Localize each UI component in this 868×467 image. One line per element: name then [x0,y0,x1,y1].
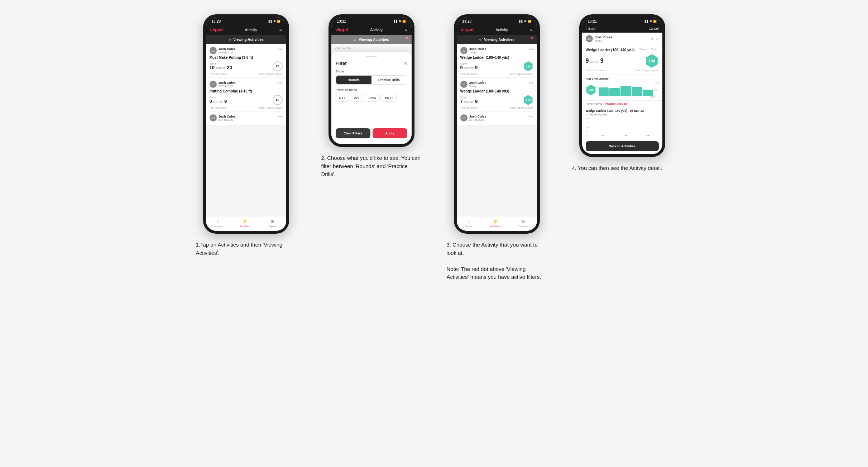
activity-title-3-1: Wedge Ladder (100–140 yds) [460,56,533,59]
detail-user-bar-4: JC Josh Coles Today ✎ ⤢ [582,33,662,45]
nav-home-1[interactable]: ⌂ Home [215,219,222,228]
filter-practice-btn-2[interactable]: Practice Drills [371,76,407,84]
edit-icon-4[interactable]: ✎ [651,37,654,41]
app-header-2: clippd Activity ≡ [331,25,412,35]
activity-card-3-2[interactable]: JC Josh Coles Today ••• Wedge Ladder (10… [457,78,537,111]
apply-btn-2[interactable]: Apply [373,128,407,138]
avatar-3-3: JC [460,114,467,121]
nav-capture-3[interactable]: ⊕ Capture [518,219,528,228]
activities-icon-3: ⚡ [493,219,498,224]
hamburger-icon-2[interactable]: ≡ [404,27,407,32]
phone-2: 13:21 ▌▌ ≋ 📶 clippd Activity ≡ ⚙ Viewing… [329,14,414,147]
back-btn-4[interactable]: < Back [586,27,596,30]
user-info-3-1: JC Josh Coles Today [460,47,486,54]
drill-btns-2: OTT APP ARG PUTT [336,94,407,102]
header-title-2: Activity [370,28,383,32]
drill-arg-2[interactable]: ARG [366,94,380,102]
detail-score-value-4: 9 [586,58,589,64]
filter-rounds-btn-2[interactable]: Rounds [336,76,371,84]
drill-app-2[interactable]: APP [351,94,364,102]
viewing-bar-1[interactable]: ⚙ Viewing Activities [206,35,286,44]
dots-menu-1-1[interactable]: ••• [278,47,283,52]
filter-practice-label-2: Practice Drills [336,88,407,92]
stats-row-1-1: Score 10 OUT OF 20 75 [210,61,283,71]
step-3-col: 13:20 ▌▌ ≋ 📶 clippd Activity ≡ ⚙ Viewing… [440,14,554,281]
activity-title-3-2: Wedge Ladder (100–140 yds) [460,89,533,93]
user-name-1-2: Josh Coles [219,81,236,85]
home-icon-3: ⌂ [467,219,470,224]
screen-content-3: JC Josh Coles Today ••• Wedge Ladder (10… [457,44,537,216]
detail-score-labels-4: 9 OUT OF 9 [586,58,604,64]
viewing-bar-label-2: Viewing Activities [359,38,389,42]
activity-card-3-1[interactable]: JC Josh Coles Today ••• Wedge Ladder (10… [457,44,537,78]
filter-handle-2 [366,56,377,57]
page-container: 13:20 ▌▌ ≋ 📶 clippd Activity ≡ ⚙ Viewing… [183,14,685,281]
footer-left-3-1: Test Information [460,73,478,75]
back-to-activities-btn-4[interactable]: Back to Activities [586,141,659,151]
dots-menu-3-2[interactable]: ••• [529,81,533,86]
nav-activities-label-3: Activities [490,225,501,228]
detail-header-4: < Back Cancel [582,25,662,33]
avatar-4: JC [586,35,593,42]
score-label-3-1: Score [460,62,478,65]
card-footer-3-1: Test Information Data: Clippd Capture [460,73,533,75]
clear-filters-btn-2[interactable]: Clear Filters [336,128,370,138]
hamburger-icon-1[interactable]: ≡ [279,27,282,32]
notch-2 [359,14,384,21]
user-name-3-2: Josh Coles [469,81,486,85]
shots-value-1-1: 20 [227,65,232,70]
user-name-1-1: Josh Coles [219,47,236,51]
viewing-bar-3[interactable]: ⚙ Viewing Activities [457,35,537,44]
user-date-3-1: Today [469,51,486,54]
app-header-1: clippd Activity ≡ [206,25,286,35]
dots-menu-1-3[interactable]: ••• [278,114,283,119]
avatar-1-2: JC [210,81,217,88]
detail-stats-4: 9 OUT OF 9 130 [586,54,659,68]
nav-capture-1[interactable]: ⊕ Capture [268,219,277,228]
phone-3-screen: 13:20 ▌▌ ≋ 📶 clippd Activity ≡ ⚙ Viewing… [457,17,537,231]
practice-session-label-4: Player Activity > Player Activity > Prac… [582,101,662,107]
card-footer-3-2: Test Information Data: Clippd Capture [460,106,533,109]
nav-home-3[interactable]: ⌂ Home [465,219,473,228]
stats-row-3-1: Score 9 OUT OF 9 130 [460,61,533,71]
user-info-3-3: JC Josh Coles 28 Feb 2023 [460,114,486,121]
dots-menu-3-3[interactable]: ••• [529,114,533,119]
user-name-3-3: Josh Coles [469,115,486,118]
logo-2: clippd [336,27,348,32]
app-header-3: clippd Activity ≡ [457,25,537,35]
status-time-1: 13:20 [212,19,221,23]
detail-edit-icons-4: ✎ ⤢ [651,37,659,41]
activity-card-1-2[interactable]: JC Josh Coles 28 Feb 2023 ••• Putting Co… [206,78,286,111]
score-value-3-2: 7 [460,99,463,104]
avg-shot-quality-chart-4: Avg Shot Quality 130 100 50 0 [582,75,662,101]
home-icon-1: ⌂ [217,219,220,224]
drill-putt-2[interactable]: PUTT [382,94,397,102]
nav-activities-3[interactable]: ⚡ Activities [490,219,501,228]
hamburger-icon-3[interactable]: ≡ [530,27,532,32]
detail-score-section-4: Wedge Ladder (100–140 yds) Score Shots 9… [582,45,662,75]
dots-menu-1-2[interactable]: ••• [278,81,283,86]
filter-close-2[interactable]: ✕ [404,61,407,66]
bottom-nav-1: ⌂ Home ⚡ Activities ⊕ Capture [206,216,286,231]
notch-4 [610,14,635,21]
capture-icon-1: ⊕ [270,219,274,224]
nav-activities-1[interactable]: ⚡ Activities [239,219,250,228]
phone-1: 13:20 ▌▌ ≋ 📶 clippd Activity ≡ ⚙ Viewing… [203,14,289,234]
expand-icon-4[interactable]: ⤢ [656,37,659,41]
drill-ott-2[interactable]: OTT [336,94,349,102]
status-time-4: 13:21 [588,19,597,23]
user-date-3-2: Today [469,85,486,88]
phone-4-screen: 13:21 ▌▌ ≋ 📶 < Back Cancel JC Josh Coles… [582,17,662,154]
viewing-bar-2[interactable]: ⚙ Viewing Activities [331,35,412,44]
bottom-nav-3: ⌂ Home ⚡ Activities ⊕ Capture [457,216,537,231]
dots-menu-3-1[interactable]: ••• [529,47,533,52]
bg-card-partial: Josh Coles [331,44,412,52]
avatar-1-3: JC [210,114,217,121]
score-value-1-1: 10 [210,65,215,70]
footer-right-1-1: Data: Clippd Capture [259,73,282,75]
avatar-1-1: JC [210,47,217,54]
user-info-3-2: JC Josh Coles Today [460,81,486,88]
step-2-col: 13:21 ▌▌ ≋ 📶 clippd Activity ≡ ⚙ Viewing… [314,14,429,178]
activity-card-1-1[interactable]: JC Josh Coles 28 Feb 2023 ••• Must Make … [206,44,286,78]
cancel-btn-4[interactable]: Cancel [648,27,658,30]
